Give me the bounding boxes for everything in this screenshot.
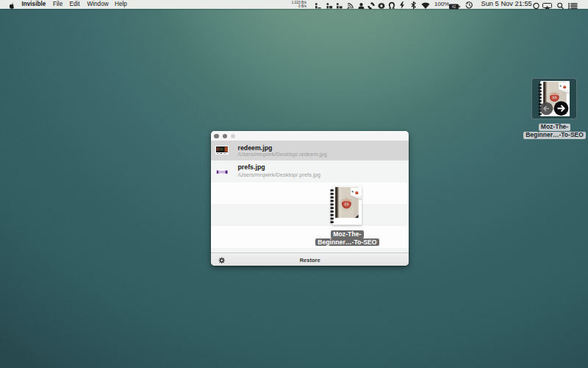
svg-text:42: 42 xyxy=(452,4,456,8)
